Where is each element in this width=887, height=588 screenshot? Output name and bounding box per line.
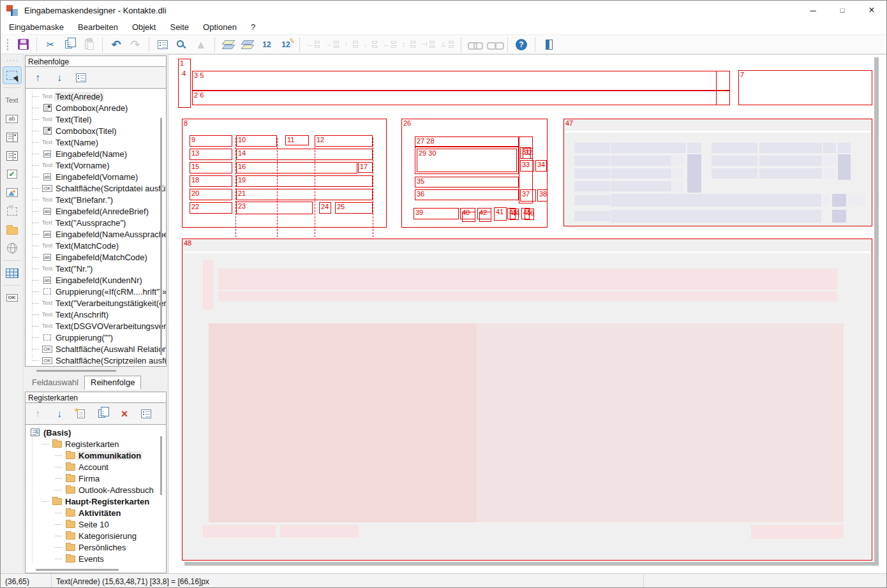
register-tree-item[interactable]: Kommunikation xyxy=(26,450,166,461)
tool-text[interactable]: Text xyxy=(3,91,22,109)
order-list-item[interactable]: TextText(Anrede) xyxy=(26,91,166,102)
align-left-button[interactable]: ← xyxy=(304,36,323,53)
tool-checkbox[interactable]: ✔ xyxy=(3,165,22,183)
order-list-vscrollbar[interactable] xyxy=(160,118,162,355)
design-box-16[interactable]: 16 xyxy=(236,162,357,173)
order-list-item[interactable]: TextText("Verarbeitungstätigkeit(er xyxy=(26,297,166,309)
design-box-27-28[interactable]: 27 28 xyxy=(415,136,519,147)
unlink-button[interactable] xyxy=(484,36,503,53)
order-list-item[interactable]: Gruppierung(«If(cRM....hrift")» xyxy=(26,286,166,297)
design-box[interactable] xyxy=(479,212,491,222)
design-box-12[interactable]: 12 xyxy=(315,135,373,147)
tool-listbox[interactable] xyxy=(3,147,22,165)
properties-button[interactable] xyxy=(73,70,89,86)
design-box-2-6[interactable]: 2 6 xyxy=(192,91,730,105)
order-list-item[interactable]: TextText("Briefanr.") xyxy=(26,194,166,205)
help-button[interactable]: ? xyxy=(512,36,531,53)
order-list-item[interactable]: TextText("Nr.") xyxy=(26,263,166,274)
order-list-item[interactable]: TextText(Anschrift) xyxy=(26,309,166,320)
tool-button[interactable]: OK xyxy=(3,289,22,307)
design-box-25[interactable]: 25 xyxy=(335,202,373,214)
order-list-item[interactable]: OKSchaltfläche(Scriptzeilen ausfü xyxy=(26,355,166,366)
design-box-17[interactable]: 17 xyxy=(358,162,373,173)
design-box-38[interactable]: 38 xyxy=(537,189,548,202)
design-box-19[interactable]: 19 xyxy=(236,175,373,187)
move-up-button[interactable]: ↑ xyxy=(29,70,46,86)
order-list-item[interactable]: Gruppierung("") xyxy=(26,332,166,343)
register-tree-item[interactable]: Persönliches xyxy=(26,541,166,553)
design-box-24[interactable]: 24 xyxy=(319,202,331,214)
toolbar-grip[interactable] xyxy=(6,38,10,52)
menu-item-objekt[interactable]: Objekt xyxy=(125,20,163,34)
align-top-button[interactable]: ↑ xyxy=(342,36,361,53)
design-box-9[interactable]: 9 xyxy=(190,135,232,147)
design-box[interactable] xyxy=(462,212,475,222)
order-list-item[interactable]: TextText(Titel) xyxy=(26,114,166,125)
align-right-button[interactable]: → xyxy=(323,36,342,53)
center-vertical-button[interactable]: ⊥ xyxy=(438,36,457,53)
tool-table[interactable] xyxy=(3,264,22,282)
move-down-button[interactable]: ↓ xyxy=(51,70,68,86)
properties-button[interactable] xyxy=(153,36,172,53)
register-tree-item[interactable]: Kategorisierung xyxy=(26,530,166,541)
menu-item-seite[interactable]: Seite xyxy=(163,20,196,34)
design-canvas[interactable]: 143 52 678910111213141516171819202122232… xyxy=(168,55,886,573)
order-list-hscrollbar[interactable] xyxy=(36,370,116,372)
design-box-1[interactable]: 1 xyxy=(178,59,191,108)
menu-item-bearbeiten[interactable]: Bearbeiten xyxy=(71,20,125,34)
move-up-button[interactable]: ↑ xyxy=(29,406,46,422)
move-down-button[interactable]: ↓ xyxy=(51,406,68,422)
order-list-item[interactable]: TextText(MatchCode) xyxy=(26,240,166,251)
order-list-item[interactable]: OKSchaltfläche(Scriptdatei ausfüh xyxy=(26,182,166,194)
register-tree-item[interactable]: Outlook-Adressbuch xyxy=(26,484,166,496)
center-horizontal-button[interactable]: ⊣ xyxy=(419,36,438,53)
layers-back-button[interactable] xyxy=(219,36,238,53)
design-box-33[interactable]: 33 xyxy=(520,160,534,172)
same-width-button[interactable]: ↔ xyxy=(380,36,399,53)
close-button[interactable]: × xyxy=(857,1,886,20)
copy-tab-button[interactable] xyxy=(94,406,111,422)
link-button[interactable] xyxy=(465,36,484,53)
design-box-13[interactable]: 13 xyxy=(190,149,232,160)
search-button[interactable] xyxy=(172,36,191,53)
register-tree-hscrollbar[interactable] xyxy=(36,569,119,571)
design-box-46[interactable]: 46 xyxy=(525,209,534,220)
tab-order-edit-button[interactable]: 12✎ xyxy=(276,36,295,53)
design-box-18[interactable]: 18 xyxy=(190,175,232,187)
order-list-item[interactable]: TextText(Name) xyxy=(26,136,166,148)
order-list-item[interactable]: abEingabefeld(KundenNr) xyxy=(26,274,166,286)
register-tree-vscrollbar[interactable] xyxy=(160,436,162,495)
tool-image[interactable] xyxy=(3,184,22,202)
design-box-22[interactable]: 22 xyxy=(190,202,232,214)
design-box-20[interactable]: 20 xyxy=(190,189,232,200)
tool-groupbox[interactable] xyxy=(3,202,22,220)
design-box-48[interactable]: 48 xyxy=(182,239,872,561)
maximize-button[interactable]: □ xyxy=(828,1,857,20)
design-box-29-30[interactable]: 29 30 xyxy=(417,149,517,172)
order-list-item[interactable]: abEingabefeld(NameAussprache) xyxy=(26,228,166,240)
tab-feldauswahl[interactable]: Feldauswahl xyxy=(26,376,84,389)
register-tree-item[interactable]: Seite 10 xyxy=(26,518,166,530)
copy-button[interactable] xyxy=(60,36,79,53)
register-tree-item[interactable]: (Basis) xyxy=(26,427,166,438)
design-box-14[interactable]: 14 xyxy=(236,149,373,160)
order-list-item[interactable]: Combobox(Titel) xyxy=(26,125,166,136)
design-box-23[interactable]: 23 xyxy=(236,202,313,214)
design-box-35[interactable]: 35 xyxy=(415,177,519,187)
design-box-7[interactable]: 7 xyxy=(738,70,872,105)
design-box-11[interactable]: 11 xyxy=(285,135,309,145)
tool-select[interactable] xyxy=(3,66,22,84)
design-box-36[interactable]: 36 xyxy=(415,189,519,200)
align-bottom-button[interactable]: ↓ xyxy=(361,36,380,53)
register-tree-item[interactable]: Firma xyxy=(26,473,166,484)
design-box-3-5[interactable]: 3 5 xyxy=(192,71,730,91)
order-list-item[interactable]: TextText(Vorname) xyxy=(26,159,166,171)
properties-button[interactable] xyxy=(138,406,154,422)
register-tree-item[interactable]: Haupt-Registerkarten xyxy=(26,496,166,507)
save-button[interactable] xyxy=(13,36,33,53)
order-list-item[interactable]: TextText(DSGVOVerarbeitungsverze xyxy=(26,320,166,332)
menu-item-optionen[interactable]: Optionen xyxy=(196,20,244,34)
design-box-32[interactable]: 32 xyxy=(523,148,533,159)
register-tree-item[interactable]: Account xyxy=(26,461,166,473)
tool-folder[interactable] xyxy=(3,221,22,239)
